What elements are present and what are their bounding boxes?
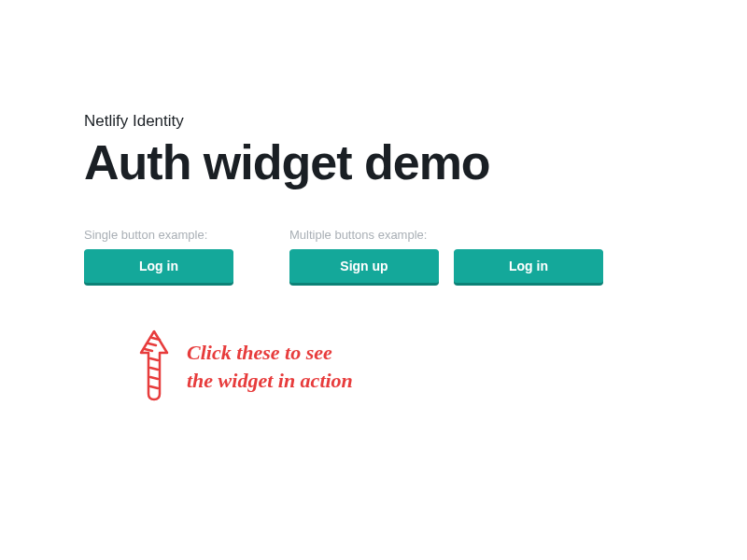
page-subtitle: Netlify Identity — [84, 112, 663, 131]
page-container: Netlify Identity Auth widget demo Single… — [0, 0, 747, 403]
multiple-example-label: Multiple buttons example: — [289, 228, 603, 242]
login-button-2[interactable]: Log in — [454, 249, 603, 285]
single-button-row: Log in — [84, 249, 233, 285]
single-button-example: Single button example: Log in — [84, 228, 233, 285]
page-title: Auth widget demo — [84, 134, 663, 190]
multiple-button-row: Sign up Log in — [289, 249, 603, 285]
multiple-buttons-example: Multiple buttons example: Sign up Log in — [289, 228, 603, 285]
annotation: Click these to seethe widget in action — [135, 322, 663, 403]
examples-row: Single button example: Log in Multiple b… — [84, 228, 663, 285]
annotation-text: Click these to seethe widget in action — [187, 339, 353, 394]
login-button[interactable]: Log in — [84, 249, 233, 285]
sketched-up-arrow-icon — [135, 327, 173, 403]
single-example-label: Single button example: — [84, 228, 233, 242]
signup-button[interactable]: Sign up — [289, 249, 439, 285]
